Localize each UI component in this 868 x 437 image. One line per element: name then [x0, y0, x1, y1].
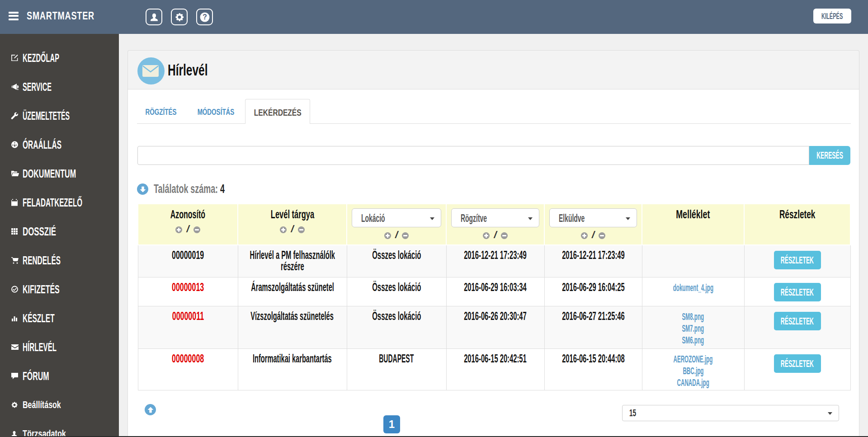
- svg-text:?: ?: [203, 13, 207, 21]
